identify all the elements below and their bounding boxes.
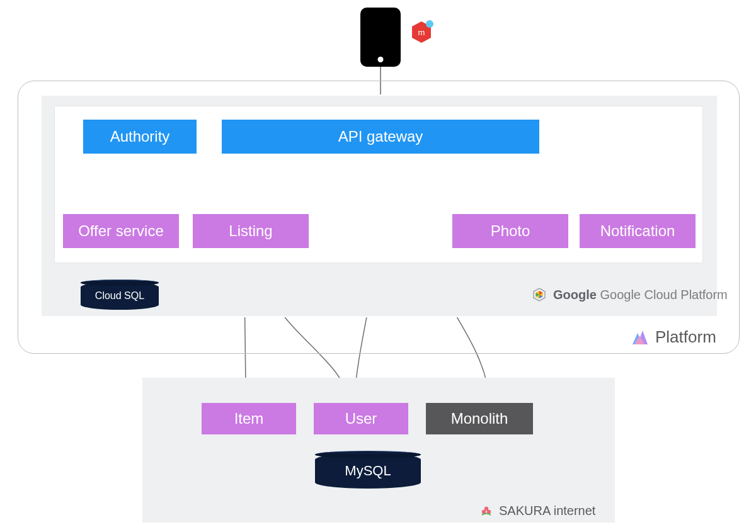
offer-service-label: Offer service [78, 222, 164, 240]
cloud-sql-label: Cloud SQL [95, 290, 144, 302]
item-label: Item [234, 410, 264, 427]
listing-node: Listing [193, 214, 309, 248]
cloud-sql-db: Cloud SQL [81, 282, 159, 310]
svg-point-4 [426, 20, 433, 28]
platform-triangles-icon [630, 329, 649, 346]
photo-label: Photo [491, 222, 530, 240]
sakura-text: SAKURA internet [499, 504, 595, 518]
architecture-diagram: API gateway (dashed, bidirectional open … [0, 0, 756, 532]
offer-service-node: Offer service [63, 214, 179, 248]
photo-node: Photo [452, 214, 568, 248]
gcp-text: Google Google Cloud Platform [553, 288, 728, 302]
sakura-label-row: SAKURA internet [480, 504, 595, 518]
user-label: User [345, 410, 377, 427]
notification-node: Notification [580, 214, 696, 248]
notification-label: Notification [600, 222, 675, 240]
user-node: User [314, 403, 408, 434]
sakura-container [142, 378, 615, 523]
authority-label: Authority [110, 128, 170, 145]
platform-text: Platform [655, 327, 716, 347]
svg-text:m: m [418, 28, 425, 37]
svg-point-14 [484, 506, 488, 510]
authority-node: Authority [83, 120, 197, 154]
item-node: Item [202, 403, 296, 434]
monolith-label: Monolith [451, 410, 508, 427]
mysql-label: MySQL [345, 463, 391, 479]
mysql-db: MySQL [315, 453, 421, 489]
mercari-app-icon: m [408, 19, 435, 45]
gcp-hexagon-icon [532, 287, 547, 302]
platform-label-row: Platform [630, 327, 716, 347]
api-gateway-label: API gateway [338, 128, 423, 145]
monolith-node: Monolith [426, 403, 533, 434]
mobile-device-icon [360, 8, 401, 67]
sakura-flower-icon [480, 505, 493, 518]
gcp-label-row: Google Google Cloud Platform [532, 287, 728, 302]
listing-label: Listing [229, 222, 272, 240]
api-gateway-node: API gateway [222, 120, 539, 154]
